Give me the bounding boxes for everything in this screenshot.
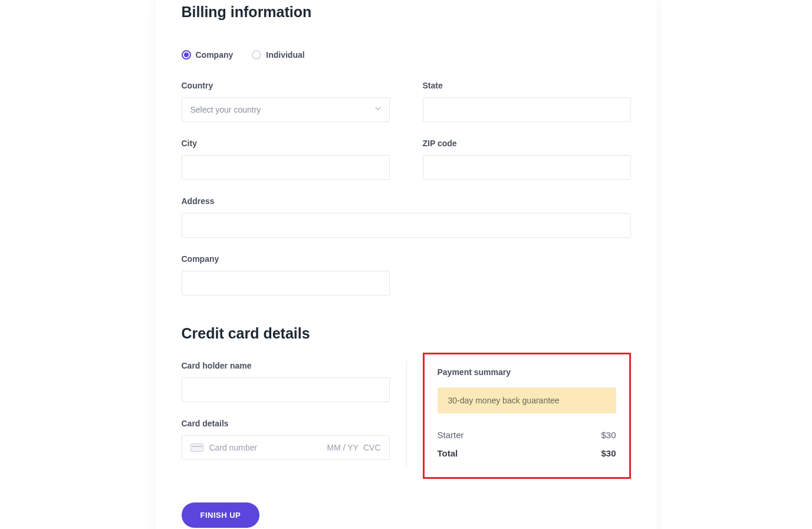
cardholder-input[interactable] (182, 377, 390, 402)
total-price: $30 (601, 448, 616, 458)
entity-type-radios: Company Individual (182, 50, 631, 60)
vertical-divider (406, 361, 407, 467)
card-number-placeholder: Card number (209, 443, 258, 452)
state-input[interactable] (423, 97, 631, 122)
credit-left-col: Card holder name Card details Card numbe… (182, 361, 390, 460)
radio-dot-icon (252, 50, 261, 60)
summary-line-plan: Starter $30 (438, 428, 616, 442)
card-fields: Card number MM / YY CVC (209, 443, 381, 452)
credit-card-icon (190, 443, 203, 452)
summary-heading: Payment summary (438, 367, 616, 377)
finish-button[interactable]: FINISH UP (182, 502, 260, 528)
plan-price: $30 (601, 430, 616, 440)
radio-company[interactable]: Company (182, 50, 234, 60)
radio-individual-label: Individual (266, 50, 304, 60)
card-cvc-placeholder: CVC (363, 443, 381, 452)
cardholder-group: Card holder name (182, 361, 390, 402)
company-input[interactable] (182, 271, 390, 295)
card-exp-placeholder: MM / YY (327, 443, 359, 452)
summary-line-total: Total $30 (438, 446, 616, 461)
radio-individual[interactable]: Individual (252, 50, 304, 60)
country-placeholder: Select your country (190, 105, 261, 114)
plan-name: Starter (438, 430, 464, 440)
carddetails-group: Card details Card number MM / YY CVC (182, 419, 390, 460)
state-group: State (423, 81, 631, 122)
state-label: State (423, 81, 631, 90)
guarantee-banner: 30-day money back guarantee (438, 387, 616, 413)
radio-company-label: Company (196, 50, 234, 60)
chevron-down-icon (375, 107, 381, 113)
card-details-input[interactable]: Card number MM / YY CVC (182, 435, 390, 460)
credit-heading: Credit card details (182, 321, 631, 342)
billing-form: Country Select your country State City Z… (182, 81, 631, 295)
total-label: Total (438, 448, 458, 458)
credit-right-col: Payment summary 30-day money back guaran… (423, 361, 631, 479)
company-label: Company (182, 254, 390, 264)
company-group: Company (182, 254, 390, 295)
cardholder-label: Card holder name (182, 361, 390, 370)
zip-label: ZIP code (423, 139, 631, 148)
payment-summary-box: Payment summary 30-day money back guaran… (423, 353, 631, 479)
country-group: Country Select your country (182, 81, 390, 122)
address-input[interactable] (182, 213, 631, 238)
zip-group: ZIP code (423, 139, 631, 180)
country-select[interactable]: Select your country (182, 97, 390, 122)
city-group: City (182, 139, 390, 180)
billing-heading: Billing information (182, 0, 631, 21)
zip-input[interactable] (423, 155, 631, 180)
address-label: Address (182, 196, 631, 206)
radio-dot-icon (182, 50, 191, 60)
checkout-page: Billing information Company Individual C… (156, 0, 657, 529)
address-group: Address (182, 196, 631, 238)
city-input[interactable] (182, 155, 390, 180)
country-label: Country (182, 81, 390, 90)
carddetails-label: Card details (182, 419, 390, 428)
city-label: City (182, 139, 390, 148)
credit-section: Card holder name Card details Card numbe… (182, 361, 631, 479)
